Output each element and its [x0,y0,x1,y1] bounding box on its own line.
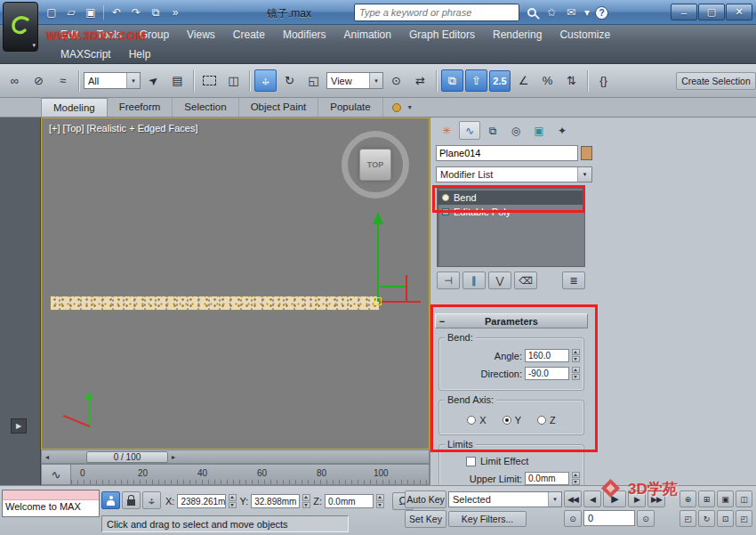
close-button[interactable]: ✕ [726,4,752,20]
auto-key-button[interactable]: Auto Key [405,490,446,508]
axis-y-radio[interactable] [503,416,511,425]
modifier-list-dropdown[interactable]: Modifier List ▾ [436,166,592,182]
set-key-button[interactable]: Set Key [405,510,446,528]
window-crossing-icon[interactable]: ◫ [222,69,245,92]
menu-item-create[interactable]: Create [224,25,274,45]
search-input[interactable] [355,4,519,20]
ribbon-config-icon[interactable] [392,103,401,112]
tab-selection[interactable]: Selection [173,98,238,117]
tab-hierarchy-icon[interactable]: ⧉ [482,121,503,140]
menu-item-help[interactable]: Help [120,45,160,64]
select-and-link-icon[interactable]: ∞ [4,69,26,92]
tab-display-icon[interactable]: ▣ [528,121,550,140]
time-slider-left-arrow[interactable]: ◂ [42,450,52,463]
create-selection-set-button[interactable]: Create Selection [676,72,756,90]
selection-filter-dropdown[interactable]: All ▾ [84,72,141,89]
minimize-button[interactable]: – [671,4,697,20]
macro-recorder-pane[interactable] [3,490,99,500]
direction-spinner[interactable] [572,367,580,380]
axis-z-radio[interactable] [537,416,546,425]
select-and-move-button[interactable]: ↔ ↕ [254,69,277,92]
time-configuration-button[interactable]: ⊙ [637,510,655,527]
direction-field[interactable]: -90.0 [525,367,569,380]
angle-spinner[interactable] [572,349,580,362]
menu-item-rendering[interactable]: Rendering [484,25,551,45]
maxscript-mini-listener[interactable]: Welcome to MAX [2,490,100,517]
y-coordinate-field[interactable]: 32.898mm [251,494,300,508]
menu-item-graph-editors[interactable]: Graph Editors [400,25,484,45]
gizmo-y-axis[interactable] [377,223,379,302]
time-slider-thumb[interactable]: 0 / 100 [86,451,168,463]
pan-button[interactable]: ◰ [680,510,696,527]
favorites-icon[interactable]: ✩ [543,4,559,20]
open-file-icon[interactable]: ▱ [62,4,80,21]
gizmo-x-axis[interactable] [380,301,421,303]
go-to-start-button[interactable]: ◀◀ [564,490,582,507]
object-name-field[interactable] [436,145,578,161]
angle-snap-icon[interactable]: ∠ [512,69,535,92]
use-center-icon[interactable]: ⊙ [385,69,407,92]
save-file-icon[interactable]: ▣ [82,4,100,21]
tab-modeling[interactable]: Modeling [41,98,108,117]
key-filters-button[interactable]: Key Filters... [448,511,527,527]
layer-manager-icon[interactable]: ⧉ [441,69,463,92]
menu-item-modifiers[interactable]: Modifiers [274,25,335,45]
project-folder-icon[interactable]: ⧉ [147,4,165,21]
zoom-button[interactable]: ⊕ [680,490,696,507]
bind-to-space-warp-icon[interactable]: ≈ [52,69,74,92]
remove-modifier-icon[interactable]: ⌫ [514,272,537,289]
zoom-region-button[interactable]: ⊡ [717,510,734,527]
undo-icon[interactable]: ↶ [108,4,125,21]
object-color-swatch[interactable] [581,146,592,160]
menu-item-animation[interactable]: Animation [335,25,400,45]
x-spinner[interactable] [229,494,237,508]
new-file-icon[interactable]: ▢ [43,4,60,21]
next-frame-button[interactable]: ▶ [628,490,646,507]
spinner-snap-icon[interactable]: ⇅ [560,69,583,92]
time-slider[interactable]: ◂ 0 / 100 ▸ [41,450,430,464]
toolbar-overflow-icon[interactable]: » [166,4,184,21]
absolute-mode-button[interactable]: ↔ ↕ [142,491,161,509]
menu-item-customize[interactable]: Customize [551,25,619,45]
show-end-result-icon[interactable]: ∥ [462,272,486,289]
gizmo-plane-handle-red[interactable] [406,275,407,303]
z-coordinate-field[interactable]: 0.0mm [325,494,374,508]
current-frame-field[interactable]: 0 [583,510,635,526]
communication-center-icon[interactable]: ✉ [563,4,579,20]
tab-populate[interactable]: Populate [318,98,382,117]
zoom-all-button[interactable]: ⊞ [698,490,715,507]
go-to-end-button[interactable]: ▶▶ [647,490,665,507]
search-icon[interactable] [524,4,540,20]
axis-y-option[interactable]: Y [503,415,521,426]
named-selection-sets-icon[interactable]: {} [592,69,615,92]
angle-field[interactable]: 160.0 [525,349,569,362]
tab-freeform[interactable]: Freeform [108,98,173,117]
application-menu-button[interactable]: ▾ [3,2,38,52]
tab-utilities-icon[interactable]: ✦ [551,121,573,140]
ribbon-minimize-icon[interactable]: ▾ [408,103,412,111]
play-button[interactable]: ▶ [603,490,626,507]
tab-modify-icon[interactable]: ∿ [459,121,480,140]
track-bar[interactable]: 0 20 40 60 80 100 [71,464,430,485]
select-object-icon[interactable]: ➤ [142,69,165,92]
help-icon[interactable]: ? [595,6,608,20]
redo-icon[interactable]: ↷ [127,4,145,21]
axis-x-option[interactable]: X [467,415,486,426]
top-viewport[interactable]: [+] [Top] [Realistic + Edged Faces] TOP [41,118,430,450]
pin-stack-icon[interactable]: ⊣ [437,272,460,289]
unlink-selection-icon[interactable]: ⊘ [28,69,50,92]
gizmo-plane-handle-green[interactable] [380,286,406,288]
viewport-label[interactable]: [+] [Top] [Realistic + Edged Faces] [49,123,198,134]
reference-coordinate-system-dropdown[interactable]: View ▾ [326,72,383,89]
selection-lock-button[interactable] [122,491,141,509]
key-mode-dropdown[interactable]: Selected ▾ [448,491,562,507]
viewcube[interactable]: TOP [342,131,409,199]
snaps-toggle-button[interactable]: 2.5 [489,70,511,92]
time-slider-right-arrow[interactable]: ▸ [168,450,179,463]
key-mode-toggle-button[interactable]: ⊙ [564,510,582,527]
axis-x-radio[interactable] [467,416,476,425]
make-unique-icon[interactable]: ⋁ [488,272,511,289]
tab-create-icon[interactable]: ✳ [436,121,457,140]
mirror-icon[interactable]: ⇄ [409,69,431,92]
stack-item-editable-poly[interactable]: Editable Poly [438,205,584,219]
